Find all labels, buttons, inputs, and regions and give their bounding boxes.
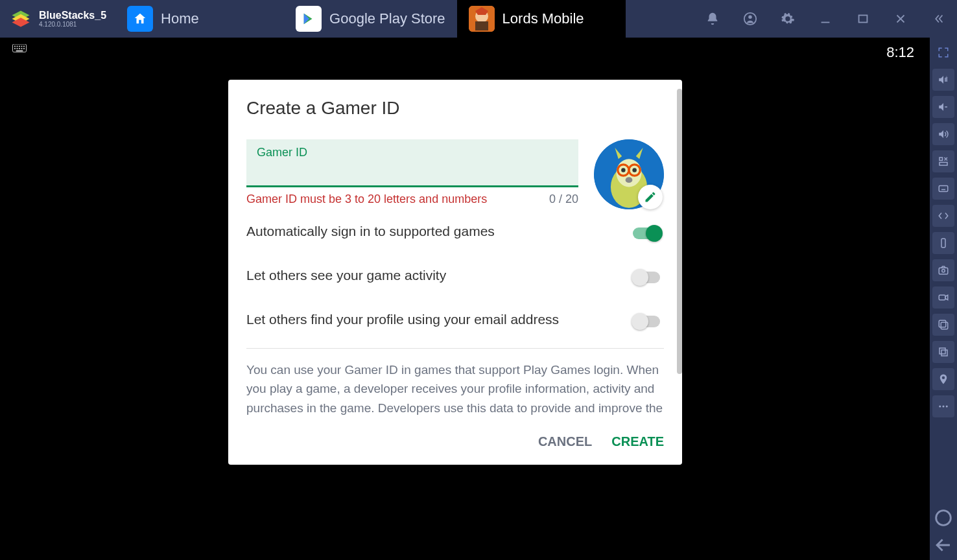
- volume-up-icon[interactable]: +: [932, 69, 954, 91]
- tab-lords-mobile[interactable]: Lords Mobile: [457, 0, 626, 38]
- screenshot-icon[interactable]: [932, 259, 954, 281]
- brand-title: BlueStacks_5: [39, 10, 106, 21]
- svg-point-38: [942, 270, 945, 273]
- svg-text:+: +: [945, 75, 948, 80]
- location-icon[interactable]: [932, 368, 954, 390]
- android-back-icon[interactable]: [932, 534, 954, 556]
- create-gamer-id-modal: Create a Gamer ID Gamer ID Gamer ID must…: [228, 80, 682, 465]
- svg-rect-20: [16, 51, 23, 52]
- volume-icon[interactable]: [932, 123, 954, 145]
- keyboard-indicator-icon[interactable]: [12, 44, 27, 56]
- status-time: 8:12: [886, 44, 914, 61]
- svg-rect-41: [941, 322, 948, 329]
- svg-rect-17: [19, 48, 20, 49]
- svg-rect-18: [21, 48, 23, 49]
- svg-rect-10: [14, 46, 16, 47]
- toggle-activity-visibility: Let others see your game activity: [246, 253, 664, 298]
- svg-point-45: [943, 406, 945, 408]
- modal-title: Create a Gamer ID: [246, 98, 664, 119]
- avatar: [594, 139, 664, 209]
- maximize-icon[interactable]: [844, 0, 882, 38]
- svg-rect-19: [23, 48, 25, 49]
- rotate-icon[interactable]: [932, 232, 954, 254]
- svg-point-46: [946, 406, 948, 408]
- cancel-button[interactable]: CANCEL: [538, 434, 592, 449]
- svg-rect-11: [17, 46, 18, 47]
- more-icon[interactable]: [932, 395, 954, 417]
- svg-rect-14: [23, 46, 25, 47]
- collapse-sidebar-icon[interactable]: [919, 0, 957, 38]
- account-icon[interactable]: [731, 0, 769, 38]
- svg-rect-2: [475, 21, 488, 30]
- svg-rect-16: [17, 48, 18, 49]
- play-store-icon: [296, 6, 322, 32]
- svg-rect-40: [939, 320, 946, 327]
- svg-rect-39: [939, 295, 945, 300]
- toggle-auto-signin: Automatically sign in to supported games: [246, 209, 664, 253]
- emulator-screen: 8:12 Create a Gamer ID Gamer ID Gamer ID…: [0, 38, 930, 560]
- bluestacks-logo-icon: [9, 7, 32, 30]
- gamer-id-counter: 0 / 20: [549, 192, 578, 206]
- svg-point-47: [936, 511, 951, 526]
- keymap-icon[interactable]: [932, 150, 954, 172]
- gamer-id-error: Gamer ID must be 3 to 20 letters and num…: [246, 192, 487, 206]
- home-icon: [127, 6, 153, 32]
- brand-area: BlueStacks_5 4.120.0.1081: [0, 0, 115, 38]
- svg-rect-36: [941, 239, 945, 248]
- android-home-icon[interactable]: [932, 507, 954, 529]
- gamer-id-field[interactable]: [257, 163, 568, 181]
- gamer-id-label: Gamer ID: [257, 146, 568, 159]
- tab-label: Google Play Store: [329, 10, 445, 27]
- modal-scrollbar[interactable]: [677, 89, 682, 374]
- svg-point-28: [626, 177, 633, 183]
- tab-play-store[interactable]: Google Play Store: [284, 0, 457, 38]
- fullscreen-icon[interactable]: [932, 41, 954, 64]
- svg-point-44: [939, 406, 941, 408]
- svg-rect-43: [941, 350, 947, 356]
- game-icon: [469, 6, 495, 32]
- svg-rect-13: [21, 46, 23, 47]
- keyboard-controls-icon[interactable]: [932, 178, 954, 200]
- titlebar: BlueStacks_5 4.120.0.1081 Home Google Pl…: [0, 0, 957, 38]
- svg-rect-12: [19, 46, 20, 47]
- svg-rect-37: [939, 268, 948, 274]
- gamer-id-input[interactable]: Gamer ID: [246, 139, 578, 187]
- close-icon[interactable]: [882, 0, 919, 38]
- multi-instance-icon[interactable]: [932, 341, 954, 363]
- volume-down-icon[interactable]: [932, 96, 954, 118]
- notifications-icon[interactable]: [694, 0, 731, 38]
- svg-rect-6: [859, 16, 868, 23]
- svg-rect-42: [939, 348, 945, 354]
- tab-label: Home: [161, 10, 199, 27]
- toggle-auto-signin-switch[interactable]: [632, 225, 664, 238]
- svg-point-27: [632, 168, 636, 172]
- tab-home[interactable]: Home: [115, 0, 284, 38]
- toggle-email-find: Let others find your profile using your …: [246, 298, 664, 342]
- toggle-label: Let others see your game activity: [246, 268, 446, 283]
- svg-rect-31: [939, 186, 948, 192]
- toggle-email-switch[interactable]: [632, 313, 664, 326]
- edit-avatar-button[interactable]: [638, 185, 663, 209]
- settings-icon[interactable]: [769, 0, 807, 38]
- minimize-icon[interactable]: [807, 0, 844, 38]
- disclosure-text: You can use your Gamer ID in games that …: [246, 360, 664, 417]
- toggle-label: Let others find your profile using your …: [246, 312, 559, 327]
- svg-rect-15: [14, 48, 16, 49]
- brand-version: 4.120.0.1081: [39, 21, 106, 28]
- create-button[interactable]: CREATE: [611, 434, 664, 449]
- svg-point-26: [621, 168, 625, 172]
- toggle-activity-switch[interactable]: [632, 269, 664, 282]
- sidebar: +: [930, 38, 957, 560]
- record-icon[interactable]: [932, 286, 954, 309]
- tab-label: Lords Mobile: [502, 10, 584, 27]
- toggle-label: Automatically sign in to supported games: [246, 224, 495, 239]
- titlebar-actions: [694, 0, 957, 38]
- divider: [246, 348, 664, 349]
- code-icon[interactable]: [932, 205, 954, 227]
- svg-point-4: [748, 16, 752, 19]
- media-folder-icon[interactable]: [932, 314, 954, 336]
